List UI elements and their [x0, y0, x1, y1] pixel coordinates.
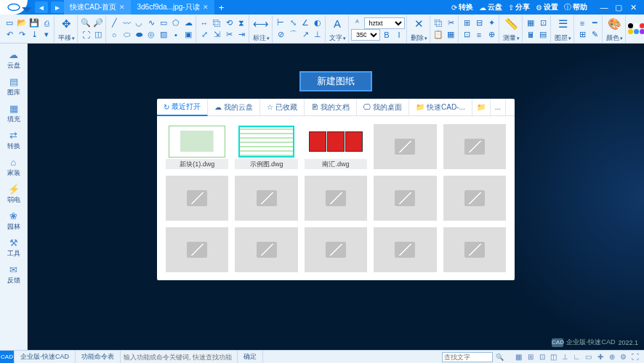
linetype-icon[interactable]: ≡ — [576, 17, 588, 29]
paste-icon[interactable]: 📋 — [432, 29, 444, 41]
status-ico[interactable]: ⛶ — [630, 353, 640, 361]
status-ico[interactable]: ⊞ — [526, 353, 535, 361]
text-icon[interactable]: A — [328, 15, 347, 33]
hatch-icon[interactable]: ▨ — [158, 29, 169, 41]
ellipse2-icon[interactable]: ⬬ — [133, 29, 145, 41]
snap-icon[interactable]: ⊡ — [537, 17, 549, 29]
fit-icon[interactable]: ⛶ — [80, 29, 92, 41]
align-icon[interactable]: ≡ — [473, 29, 485, 41]
extend-icon[interactable]: ⇥ — [236, 29, 247, 41]
export-icon[interactable]: ⤓ — [28, 29, 40, 41]
size-select[interactable]: 350 — [351, 29, 380, 41]
file-cell[interactable]: 示例图.dwg — [235, 124, 297, 169]
scale-icon[interactable]: ⤢ — [198, 29, 210, 41]
status-logo-icon[interactable]: CAD — [0, 351, 15, 364]
block-icon[interactable]: ▣ — [182, 29, 194, 41]
diameter-dim-icon[interactable]: ⊘ — [275, 29, 286, 41]
origin-icon[interactable]: ⊕ — [486, 29, 497, 41]
copy2-icon[interactable]: ⿻ — [432, 17, 444, 29]
lineweight-icon[interactable]: ━ — [589, 17, 600, 29]
sidebar-item-家装[interactable]: ⌂家装 — [0, 155, 28, 179]
file-cell[interactable] — [235, 176, 297, 221]
app-menu-dropdown-icon[interactable] — [22, 7, 32, 12]
more-icon[interactable]: ▾ — [41, 29, 52, 41]
status-ico[interactable]: ▭ — [584, 353, 593, 361]
panel-tab[interactable]: 📁快速CAD-... — [409, 99, 472, 115]
print-icon[interactable]: ⎙ — [41, 17, 52, 29]
rotate-icon[interactable]: ⟲ — [223, 17, 235, 29]
file-cell[interactable] — [305, 227, 367, 272]
search-input[interactable] — [442, 352, 493, 362]
sidebar-item-园林[interactable]: ❀园林 — [0, 209, 28, 233]
close-icon[interactable]: ✕ — [119, 4, 125, 11]
undo-icon[interactable]: ↶ — [4, 29, 15, 41]
ungroup-icon[interactable]: ⊟ — [473, 17, 485, 29]
command-input[interactable] — [121, 354, 237, 361]
prop-icon[interactable]: ⊞ — [576, 29, 588, 41]
stretch-icon[interactable]: ⇲ — [211, 29, 222, 41]
revcloud-icon[interactable]: ☁ — [182, 17, 194, 29]
file-cell[interactable] — [235, 227, 297, 272]
polygon-icon[interactable]: ⬠ — [170, 17, 182, 29]
leader-icon[interactable]: ↗ — [299, 29, 311, 41]
linear-dim-icon[interactable]: ⊢ — [275, 17, 286, 29]
file-cell[interactable] — [374, 227, 436, 272]
rect-icon[interactable]: ▭ — [158, 17, 169, 29]
minimize-button[interactable]: — — [597, 1, 611, 13]
settings-button[interactable]: ⚙设置 — [536, 2, 558, 12]
sidebar-item-工具[interactable]: ⚒工具 — [0, 236, 28, 260]
move-icon[interactable]: ↔ — [198, 17, 210, 29]
copy-icon[interactable]: ⿻ — [211, 17, 222, 29]
share-button[interactable]: ⇪分享 — [508, 2, 530, 12]
panel-tab[interactable]: ↻最近打开 — [157, 99, 208, 116]
file-cell[interactable] — [443, 176, 506, 221]
color-swatch[interactable] — [640, 23, 644, 28]
file-cell[interactable]: 新块(1).dwg — [166, 124, 228, 169]
trim-icon[interactable]: ✂ — [223, 29, 235, 41]
mirror-icon[interactable]: ⧗ — [236, 17, 247, 29]
calc-icon[interactable]: 🖩 — [525, 29, 536, 41]
ring-icon[interactable]: ◎ — [145, 29, 157, 41]
file-cell[interactable] — [443, 124, 506, 169]
match-icon[interactable]: ✎ — [589, 29, 600, 41]
status-ico[interactable]: ⚙ — [619, 353, 628, 361]
save-icon[interactable]: 💾 — [28, 17, 40, 29]
tab-add-button[interactable]: + — [214, 2, 229, 13]
nav-fwd-button[interactable]: ► — [51, 1, 64, 13]
file-cell[interactable] — [374, 124, 436, 169]
tab-home[interactable]: 快速CAD-首页✕ — [64, 0, 131, 15]
status-ico[interactable]: ⊕ — [607, 353, 616, 361]
status-ico[interactable]: ✚ — [595, 353, 605, 361]
angle-dim-icon[interactable]: ∠ — [299, 17, 311, 29]
panel-tab[interactable]: ☆已收藏 — [260, 99, 305, 115]
bold-icon[interactable]: B — [381, 29, 393, 41]
zoom-in-icon[interactable]: 🔍 — [80, 17, 92, 29]
ruler-icon[interactable]: 📏 — [502, 15, 520, 33]
redo-icon[interactable]: ↷ — [16, 29, 28, 41]
file-cell[interactable]: 南汇.dwg — [305, 124, 367, 169]
status-ico[interactable]: ∟ — [572, 353, 581, 361]
sidebar-item-转换[interactable]: ⇄转换 — [0, 129, 28, 152]
ordinate-icon[interactable]: ⊥ — [312, 29, 323, 41]
table-icon[interactable]: ▤ — [537, 29, 549, 41]
search-icon[interactable]: 🔍 — [496, 354, 504, 361]
panel-tab[interactable]: 🖵我的桌面 — [357, 99, 409, 115]
dim-icon[interactable]: ⟷ — [251, 15, 270, 33]
file-cell[interactable] — [166, 176, 228, 221]
color-swatch[interactable] — [640, 29, 644, 34]
arc-icon[interactable]: ◡ — [133, 17, 145, 29]
delete-icon[interactable]: ✕ — [409, 15, 428, 33]
color-swatch[interactable] — [634, 23, 639, 28]
tab-file[interactable]: 3d6cf9da...jpg-只读✕ — [131, 0, 214, 15]
sidebar-item-云盘[interactable]: ☁云盘 — [0, 48, 28, 72]
close-icon[interactable]: ✕ — [203, 4, 209, 11]
ellipse-icon[interactable]: ⬭ — [121, 29, 132, 41]
region-icon[interactable]: ◫ — [92, 29, 104, 41]
paste2-icon[interactable]: ▦ — [445, 29, 456, 41]
polyline-icon[interactable]: 〰 — [121, 17, 132, 29]
panel-tab[interactable]: 🖹我的文档 — [305, 99, 357, 115]
panel-tab[interactable]: ☁我的云盘 — [208, 99, 260, 115]
group-icon[interactable]: ⊞ — [461, 17, 472, 29]
panel-tab-more[interactable]: 📁 — [472, 99, 491, 115]
color-swatch[interactable] — [628, 29, 633, 34]
